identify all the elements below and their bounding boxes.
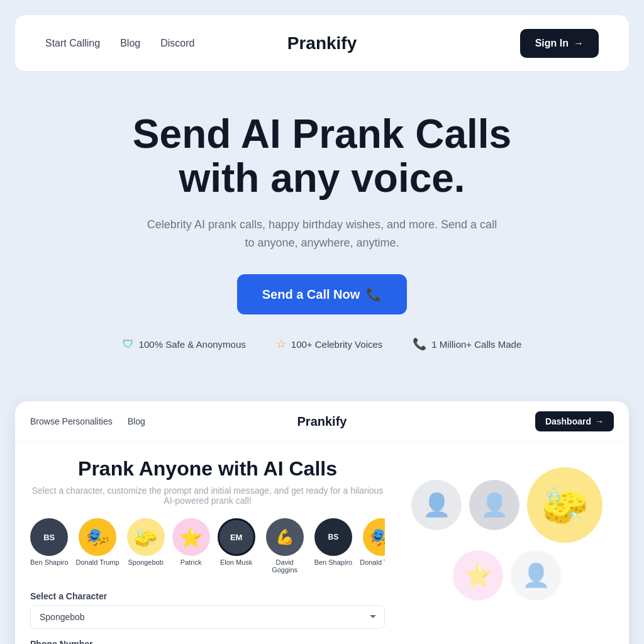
char-avatar-elon: EM bbox=[218, 518, 255, 556]
hero-section: Send AI Prank Calls with any voice. Cele… bbox=[0, 72, 644, 401]
char-ben-shapiro-2[interactable]: BS Ben Shapiro bbox=[314, 518, 353, 574]
character-select-label: Select a Character bbox=[30, 591, 385, 601]
char-ben-shapiro-1[interactable]: BS Ben Shapiro bbox=[30, 518, 69, 574]
app-preview: Browse Personalities Blog Prankify Dashb… bbox=[15, 401, 629, 644]
char-name-trump-1: Donald Trump bbox=[76, 558, 119, 566]
dashboard-button[interactable]: Dashboard → bbox=[535, 411, 614, 431]
navbar: Start Calling Blog Discord Prankify Sign… bbox=[15, 15, 629, 72]
inner-nav-logo: Prankify bbox=[297, 414, 347, 429]
right-character-display: 👤 👤 🧽 ⭐ 👤 bbox=[400, 457, 614, 611]
nav-logo: Prankify bbox=[287, 33, 357, 53]
star-icon: ☆ bbox=[276, 337, 286, 351]
hero-title: Send AI Prank Calls with any voice. bbox=[30, 112, 614, 201]
char-elon-musk[interactable]: EM Elon Musk bbox=[218, 518, 255, 574]
phone-number-group: Phone Number bbox=[30, 639, 385, 644]
char-name-elon: Elon Musk bbox=[220, 558, 252, 566]
inner-nav-blog[interactable]: Blog bbox=[128, 416, 145, 426]
app-title: Prank Anyone with AI Calls bbox=[30, 457, 385, 480]
char-name-patrick-1: Patrick bbox=[180, 558, 202, 566]
character-select[interactable]: Spongebob Donald Trump Elon Musk Ben Sha… bbox=[30, 605, 385, 629]
badge-safe: 🛡 100% Safe & Anonymous bbox=[123, 337, 246, 351]
phone-icon: 📞 bbox=[413, 337, 426, 351]
shield-icon: 🛡 bbox=[123, 338, 134, 351]
char-david-goggins[interactable]: 💪 David Goggins bbox=[263, 518, 307, 574]
sign-in-button[interactable]: Sign In → bbox=[520, 29, 599, 58]
char-name-spongebob-1: Spongebob bbox=[128, 558, 164, 566]
phone-number-label: Phone Number bbox=[30, 639, 385, 644]
char-avatar-shapiro-2: BS bbox=[314, 518, 352, 556]
right-char-spongebob-featured: 🧽 bbox=[527, 467, 602, 543]
nav-right: Sign In → bbox=[520, 29, 599, 58]
char-avatar-spongebob: 🧽 bbox=[127, 518, 165, 556]
right-char-blurred-1: 👤 bbox=[411, 480, 462, 530]
char-spongebob-1[interactable]: 🧽 Spongebob bbox=[127, 518, 165, 574]
char-avatar-trump: 🎭 bbox=[79, 518, 116, 556]
hero-subtitle: Celebrity AI prank calls, happy birthday… bbox=[146, 216, 498, 252]
inner-nav-right: Dashboard → bbox=[535, 411, 614, 431]
sign-in-arrow: → bbox=[574, 38, 584, 49]
char-name-goggins: David Goggins bbox=[263, 558, 307, 574]
char-donald-trump-1[interactable]: 🎭 Donald Trump bbox=[76, 518, 119, 574]
inner-nav-links: Browse Personalities Blog bbox=[30, 416, 145, 426]
inner-nav-browse[interactable]: Browse Personalities bbox=[30, 416, 113, 426]
right-char-blurred-2: 👤 bbox=[469, 480, 519, 530]
char-avatar-trump-2: 🎭 bbox=[363, 518, 385, 556]
char-name-shapiro-2: Ben Shapiro bbox=[314, 558, 353, 566]
nav-start-calling[interactable]: Start Calling bbox=[45, 38, 100, 49]
character-carousel: BS Ben Shapiro 🎭 Donald Trump 🧽 Spongebo… bbox=[30, 518, 385, 579]
badge-voices: ☆ 100+ Celebrity Voices bbox=[276, 337, 383, 351]
cta-button[interactable]: Send a Call Now 📞 bbox=[237, 274, 408, 314]
cta-phone-icon: 📞 bbox=[366, 287, 382, 302]
cta-label: Send a Call Now bbox=[262, 287, 360, 302]
sign-in-label: Sign In bbox=[535, 38, 569, 49]
app-left-panel: Prank Anyone with AI Calls Select a char… bbox=[30, 457, 385, 644]
char-patrick-1[interactable]: ⭐ Patrick bbox=[172, 518, 210, 574]
inner-navbar: Browse Personalities Blog Prankify Dashb… bbox=[15, 401, 629, 442]
trust-badges: 🛡 100% Safe & Anonymous ☆ 100+ Celebrity… bbox=[30, 337, 614, 351]
app-subtitle: Select a character, customize the prompt… bbox=[30, 486, 385, 506]
right-char-blurred-3: ⭐ bbox=[453, 550, 503, 601]
char-name-trump-2: Donald Trump bbox=[360, 558, 385, 566]
badge-voices-text: 100+ Celebrity Voices bbox=[291, 339, 383, 350]
badge-calls: 📞 1 Million+ Calls Made bbox=[413, 337, 521, 351]
char-donald-trump-2[interactable]: 🎭 Donald Trump bbox=[360, 518, 385, 574]
char-avatar-patrick: ⭐ bbox=[172, 518, 210, 556]
dashboard-arrow: → bbox=[595, 416, 604, 426]
nav-links: Start Calling Blog Discord bbox=[45, 38, 194, 49]
right-char-blurred-4: 👤 bbox=[511, 550, 561, 601]
dashboard-label: Dashboard bbox=[545, 416, 591, 426]
nav-blog[interactable]: Blog bbox=[120, 38, 140, 49]
nav-discord[interactable]: Discord bbox=[160, 38, 194, 49]
app-content: Prank Anyone with AI Calls Select a char… bbox=[15, 442, 629, 644]
badge-safe-text: 100% Safe & Anonymous bbox=[139, 339, 246, 350]
character-select-group: Select a Character Spongebob Donald Trum… bbox=[30, 591, 385, 629]
char-avatar-shapiro: BS bbox=[30, 518, 68, 556]
char-name-shapiro: Ben Shapiro bbox=[30, 558, 69, 566]
char-avatar-goggins: 💪 bbox=[266, 518, 304, 556]
badge-calls-text: 1 Million+ Calls Made bbox=[431, 339, 521, 350]
app-right-panel: 👤 👤 🧽 ⭐ 👤 bbox=[400, 457, 614, 644]
